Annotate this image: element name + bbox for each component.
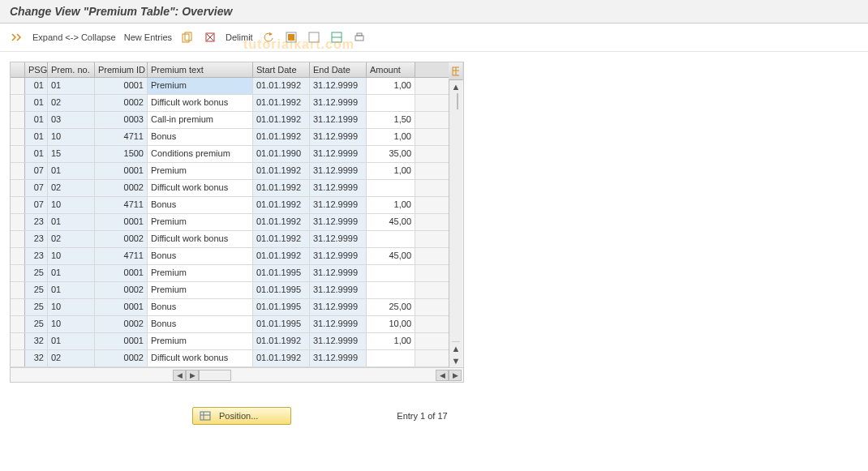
table-cell[interactable]: Premium [148, 163, 253, 179]
col-enddate[interactable]: End Date [310, 62, 367, 77]
col-premid[interactable]: Premium ID [95, 62, 148, 77]
table-cell[interactable]: 01 [25, 78, 48, 94]
table-cell[interactable]: 0002 [95, 316, 148, 332]
table-cell[interactable]: 31.12.9999 [310, 146, 367, 162]
vertical-scrollbar[interactable]: ▲ ▲ ▼ [449, 80, 462, 367]
table-cell[interactable]: 01.01.1992 [253, 129, 310, 145]
position-button[interactable]: Position... [192, 407, 291, 425]
table-cell[interactable]: 23 [25, 214, 48, 230]
table-cell[interactable]: Premium [148, 265, 253, 281]
scroll-down-second-up-icon[interactable]: ▲ [452, 341, 461, 354]
table-cell[interactable]: 10 [48, 248, 95, 264]
table-cell[interactable]: 0003 [95, 112, 148, 128]
table-cell[interactable] [11, 350, 25, 366]
table-cell[interactable] [367, 231, 415, 247]
hscroll2-right-arrow-icon[interactable]: ▶ [449, 370, 462, 381]
table-cell[interactable]: 4711 [95, 129, 148, 145]
table-cell[interactable] [11, 163, 25, 179]
table-cell[interactable]: 25 [25, 282, 48, 298]
table-cell[interactable] [11, 231, 25, 247]
table-cell[interactable]: 0001 [95, 299, 148, 315]
table-cell[interactable] [11, 299, 25, 315]
table-cell[interactable]: 0001 [95, 265, 148, 281]
table-cell[interactable] [11, 112, 25, 128]
table-row[interactable]: 23010001Premium01.01.199231.12.999945,00 [11, 214, 449, 231]
col-premtext[interactable]: Premium text [148, 62, 253, 77]
table-cell[interactable]: Call-in premium [148, 112, 253, 128]
table-cell[interactable]: Difficult work bonus [148, 231, 253, 247]
table-cell[interactable]: 23 [25, 231, 48, 247]
table-cell[interactable]: 0001 [95, 78, 148, 94]
table-row[interactable]: 25100001Bonus01.01.199531.12.999925,00 [11, 299, 449, 316]
new-entries-button[interactable]: New Entries [124, 32, 172, 42]
table-row[interactable]: 07020002Difficult work bonus01.01.199231… [11, 180, 449, 197]
col-psg[interactable]: PSG [25, 62, 48, 77]
table-cell[interactable]: Premium [148, 214, 253, 230]
table-cell[interactable]: 31.12.9999 [310, 163, 367, 179]
table-cell[interactable] [11, 95, 25, 111]
table-cell[interactable]: Bonus [148, 248, 253, 264]
table-cell[interactable]: Premium [148, 282, 253, 298]
table-cell[interactable]: 01.01.1990 [253, 146, 310, 162]
table-cell[interactable]: Bonus [148, 197, 253, 213]
table-cell[interactable]: 01 [48, 333, 95, 349]
select-all-icon[interactable] [284, 30, 299, 45]
table-row[interactable]: 07010001Premium01.01.199231.12.99991,00 [11, 163, 449, 180]
table-cell[interactable] [367, 350, 415, 366]
undo-icon[interactable] [261, 30, 276, 45]
table-cell[interactable]: 0002 [95, 231, 148, 247]
table-cell[interactable]: Premium [148, 333, 253, 349]
table-cell[interactable]: 01.01.1992 [253, 231, 310, 247]
table-cell[interactable] [11, 282, 25, 298]
table-cell[interactable] [11, 146, 25, 162]
table-cell[interactable]: 01 [48, 265, 95, 281]
table-cell[interactable] [11, 333, 25, 349]
table-cell[interactable]: 1,00 [367, 163, 415, 179]
table-cell[interactable]: 4711 [95, 197, 148, 213]
table-cell[interactable]: 31.12.9999 [310, 350, 367, 366]
table-cell[interactable]: 01 [48, 78, 95, 94]
table-cell[interactable]: 35,00 [367, 146, 415, 162]
table-cell[interactable]: 25,00 [367, 299, 415, 315]
table-row[interactable]: 23020002Difficult work bonus01.01.199231… [11, 231, 449, 248]
table-cell[interactable]: 01.01.1992 [253, 350, 310, 366]
table-cell[interactable]: 31.12.9999 [310, 282, 367, 298]
table-cell[interactable]: 31.12.9999 [310, 333, 367, 349]
col-startdate[interactable]: Start Date [253, 62, 310, 77]
table-cell[interactable] [11, 78, 25, 94]
table-cell[interactable]: 1500 [95, 146, 148, 162]
table-cell[interactable] [367, 180, 415, 196]
table-cell[interactable]: 31.12.9999 [310, 316, 367, 332]
table-cell[interactable]: 03 [48, 112, 95, 128]
delete-icon[interactable] [203, 30, 217, 45]
table-cell[interactable]: 01.01.1992 [253, 163, 310, 179]
table-cell[interactable]: 32 [25, 333, 48, 349]
expand-collapse-button[interactable]: Expand <-> Collapse [32, 32, 116, 42]
table-row[interactable]: 01030003Call-in premium01.01.199231.12.1… [11, 112, 449, 129]
table-cell[interactable]: 0002 [95, 180, 148, 196]
table-cell[interactable]: Bonus [148, 316, 253, 332]
table-cell[interactable]: 10 [48, 299, 95, 315]
delimit-button[interactable]: Delimit [226, 32, 253, 42]
table-cell[interactable]: 4711 [95, 248, 148, 264]
table-cell[interactable]: 0002 [95, 350, 148, 366]
table-cell[interactable]: 0002 [95, 95, 148, 111]
table-cell[interactable]: 31.12.9999 [310, 231, 367, 247]
table-settings-icon[interactable] [449, 62, 463, 80]
table-cell[interactable]: 31.12.9999 [310, 78, 367, 94]
table-cell[interactable]: 01.01.1995 [253, 316, 310, 332]
table-cell[interactable]: 31.12.9999 [310, 265, 367, 281]
hscroll2-left-arrow-icon[interactable]: ◀ [436, 370, 449, 381]
table-cell[interactable]: 07 [25, 180, 48, 196]
table-row[interactable]: 23104711Bonus01.01.199231.12.999945,00 [11, 248, 449, 265]
hscroll-right-arrow-icon[interactable]: ▶ [186, 370, 199, 381]
table-cell[interactable]: 0001 [95, 163, 148, 179]
table-cell[interactable]: 1,00 [367, 129, 415, 145]
table-cell[interactable]: 01.01.1992 [253, 112, 310, 128]
table-cell[interactable]: 32 [25, 350, 48, 366]
table-cell[interactable] [11, 129, 25, 145]
table-cell[interactable]: 31.12.9999 [310, 299, 367, 315]
table-cell[interactable]: 10,00 [367, 316, 415, 332]
table-cell[interactable]: 01.01.1995 [253, 299, 310, 315]
table-cell[interactable]: 01 [48, 282, 95, 298]
